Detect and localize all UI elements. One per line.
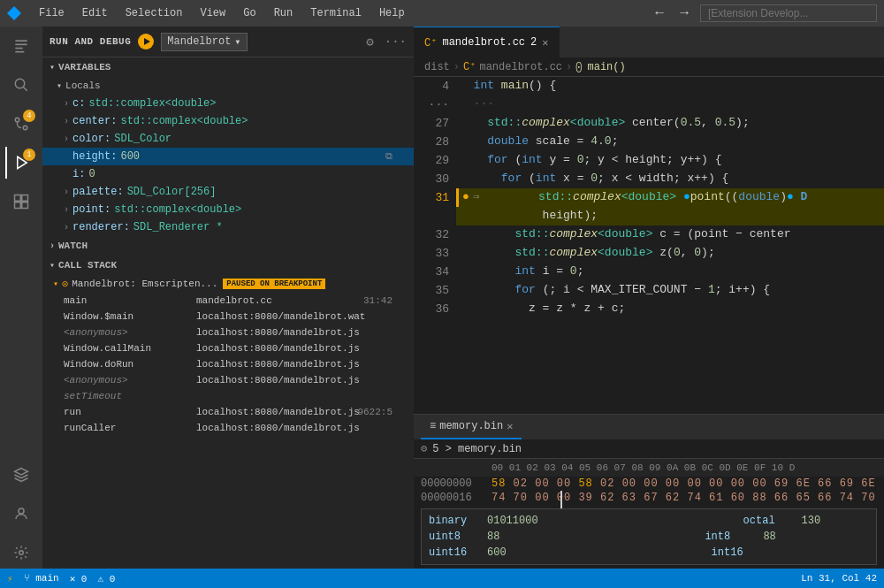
status-bar: ⚡ ⑂ main ✕ 0 ⚠ 0 Ln 31, Col 42 bbox=[0, 569, 884, 588]
nav-forward-button[interactable]: → bbox=[675, 4, 693, 22]
var-palette[interactable]: › palette: SDL_Color[256] bbox=[42, 183, 414, 201]
svg-rect-2 bbox=[15, 48, 22, 50]
editor-area: C⁺ mandelbrot.cc 2 ✕ dist › C⁺ mandelbro… bbox=[414, 27, 884, 569]
frame-run[interactable]: run localhost:8080/mandelbrot.js 9622:5 bbox=[42, 404, 414, 420]
uint8-label: uint8 bbox=[429, 531, 473, 543]
breakpoint-dot-icon: ● bbox=[462, 188, 469, 207]
code-line-35: for (; i < MAX_ITER_COUNT − 1; i++) { bbox=[456, 281, 884, 300]
var-point[interactable]: › point: std::complex<double> bbox=[42, 201, 414, 218]
menu-go[interactable]: Go bbox=[236, 5, 263, 21]
frame-file-wmain: localhost:8080/mandelbrot.wat bbox=[196, 311, 365, 322]
var-i[interactable]: › i: 0 bbox=[42, 165, 414, 183]
frame-window-main[interactable]: Window.$main localhost:8080/mandelbrot.w… bbox=[42, 309, 414, 325]
frame-settimeout[interactable]: setTimeout bbox=[42, 388, 414, 404]
frame-name-run: run bbox=[64, 407, 196, 417]
activity-source-control[interactable]: 4 bbox=[5, 108, 37, 140]
frame-anon-1[interactable]: <anonymous> localhost:8080/mandelbrot.js bbox=[42, 325, 414, 340]
menu-selection[interactable]: Selection bbox=[118, 5, 190, 21]
menu-edit[interactable]: Edit bbox=[75, 5, 115, 21]
line-col[interactable]: Ln 31, Col 42 bbox=[801, 573, 877, 584]
svg-rect-12 bbox=[22, 202, 28, 209]
tab-mandelbrot-cc[interactable]: C⁺ mandelbrot.cc 2 ✕ bbox=[414, 27, 560, 57]
activity-run-debug[interactable]: 1 bbox=[5, 147, 37, 179]
locals-header[interactable]: ▾ Locals bbox=[42, 77, 414, 95]
menu-file[interactable]: File bbox=[32, 5, 72, 21]
frame-callmain[interactable]: Window.callMain localhost:8080/mandelbro… bbox=[42, 340, 414, 356]
gear-icon[interactable]: ⚙ bbox=[421, 442, 427, 455]
activity-settings[interactable] bbox=[5, 537, 37, 569]
menu-run[interactable]: Run bbox=[267, 5, 301, 21]
breadcrumb-function[interactable]: main() bbox=[588, 61, 626, 73]
editor-tab-bar: C⁺ mandelbrot.cc 2 ✕ bbox=[414, 27, 884, 57]
expand-arrow-icon: › bbox=[64, 99, 69, 109]
code-line-30: for (int x = 0; x < width; x++) { bbox=[456, 170, 884, 188]
watch-section: › WATCH bbox=[42, 236, 414, 256]
nav-back-button[interactable]: ← bbox=[651, 4, 668, 22]
code-line-36: z = z * z + c; bbox=[456, 300, 884, 318]
mem-bytes-1: 74 70 00 00 39 62 63 67 62 74 61 60 88 6… bbox=[492, 492, 876, 504]
var-name-height: height: bbox=[72, 150, 117, 163]
sidebar-content: ▾ VARIABLES ▾ Locals › c: std::complex<d… bbox=[42, 57, 414, 569]
var-color[interactable]: › color: SDL_Color bbox=[42, 130, 414, 148]
variables-header[interactable]: ▾ VARIABLES bbox=[42, 57, 414, 77]
bottom-tab-bar: ≡ memory.bin ✕ bbox=[414, 415, 884, 439]
watch-header[interactable]: › WATCH bbox=[42, 236, 414, 256]
tab-number: 2 bbox=[530, 36, 537, 49]
breadcrumb-sep-2: › bbox=[566, 61, 572, 73]
more-actions-icon[interactable]: ··· bbox=[385, 34, 407, 49]
svg-rect-11 bbox=[15, 202, 21, 209]
gear-icon[interactable]: ⚙ bbox=[366, 34, 373, 50]
breadcrumb-file[interactable]: mandelbrot.cc bbox=[479, 61, 562, 73]
warnings-count[interactable]: ⚠ 0 bbox=[97, 573, 115, 584]
memory-grid-header: 00 01 02 03 04 05 06 07 08 09 0A 0B 0C 0… bbox=[414, 459, 884, 477]
expand-arrow-icon: › bbox=[64, 117, 69, 126]
var-height[interactable]: › height: 600 ⧉ bbox=[42, 148, 414, 165]
memory-row-0: 00000000 58 02 00 00 58 02 00 00 00 00 0… bbox=[414, 477, 884, 491]
frame-main[interactable]: main mandelbrot.cc 31:42 bbox=[42, 293, 414, 309]
menu-help[interactable]: Help bbox=[372, 5, 412, 21]
watch-chevron-icon: › bbox=[50, 241, 55, 251]
config-dropdown[interactable]: Mandelbrot ▾ bbox=[161, 33, 247, 51]
start-debugging-button[interactable] bbox=[138, 34, 154, 50]
call-stack-chevron-icon: ▾ bbox=[50, 260, 55, 271]
code-line-29: for (int y = 0; y < height; y++) { bbox=[456, 151, 884, 170]
locals-chevron-icon: ▾ bbox=[57, 80, 62, 91]
copy-icon[interactable]: ⧉ bbox=[385, 151, 392, 162]
code-line-4: int main() { bbox=[456, 77, 884, 95]
tab-memory-bin[interactable]: ≡ memory.bin ✕ bbox=[421, 415, 522, 439]
call-stack-header[interactable]: ▾ CALL STACK bbox=[42, 256, 414, 275]
var-center[interactable]: › center: std::complex<double> bbox=[42, 112, 414, 130]
frame-file-anon2: localhost:8080/mandelbrot.js bbox=[196, 375, 360, 386]
search-bar[interactable] bbox=[700, 4, 877, 22]
frame-anon-2[interactable]: <anonymous> localhost:8080/mandelbrot.js bbox=[42, 372, 414, 388]
activity-extensions[interactable] bbox=[5, 186, 37, 218]
git-branch[interactable]: ⑂ main bbox=[24, 573, 59, 584]
activity-remote[interactable] bbox=[5, 459, 37, 491]
code-editor[interactable]: 4 ··· 27 28 29 30 31 32 33 34 35 36 bbox=[414, 77, 884, 414]
var-value-i: 0 bbox=[88, 168, 95, 180]
menu-terminal[interactable]: Terminal bbox=[303, 5, 369, 21]
frame-runcaller[interactable]: runCaller localhost:8080/mandelbrot.js bbox=[42, 420, 414, 436]
tab-close-button[interactable]: ✕ bbox=[542, 36, 548, 50]
var-renderer[interactable]: › renderer: SDL_Renderer * bbox=[42, 218, 414, 236]
var-c[interactable]: › c: std::complex<double> bbox=[42, 95, 414, 112]
var-name-point: point: bbox=[72, 203, 110, 216]
frame-name-main: main bbox=[64, 295, 196, 306]
var-name-i: i: bbox=[72, 168, 85, 180]
errors-count[interactable]: ✕ 0 bbox=[70, 573, 88, 584]
frame-name-anon1: <anonymous> bbox=[64, 327, 196, 338]
var-value-c: std::complex<double> bbox=[88, 97, 216, 110]
menu-view[interactable]: View bbox=[193, 5, 232, 21]
decode-uint16-row: uint16 600 int16 bbox=[429, 545, 869, 561]
activity-accounts[interactable] bbox=[5, 498, 37, 530]
thread-item[interactable]: ▾ ⊙ Mandelbrot: Emscripten... PAUSED ON … bbox=[42, 275, 414, 293]
breadcrumb-dist[interactable]: dist bbox=[424, 61, 450, 73]
run-debug-badge: 1 bbox=[23, 149, 35, 161]
variables-section: ▾ VARIABLES ▾ Locals › c: std::complex<d… bbox=[42, 57, 414, 236]
activity-search[interactable] bbox=[5, 69, 37, 101]
mem-bytes-0: 58 02 00 00 58 02 00 00 00 00 00 00 00 6… bbox=[492, 477, 876, 490]
memory-tab-close-button[interactable]: ✕ bbox=[507, 420, 513, 433]
activity-explorer[interactable] bbox=[5, 30, 37, 62]
breadcrumb-func-icon: ⨀ bbox=[575, 60, 582, 73]
frame-dorun[interactable]: Window.doRun localhost:8080/mandelbrot.j… bbox=[42, 356, 414, 372]
